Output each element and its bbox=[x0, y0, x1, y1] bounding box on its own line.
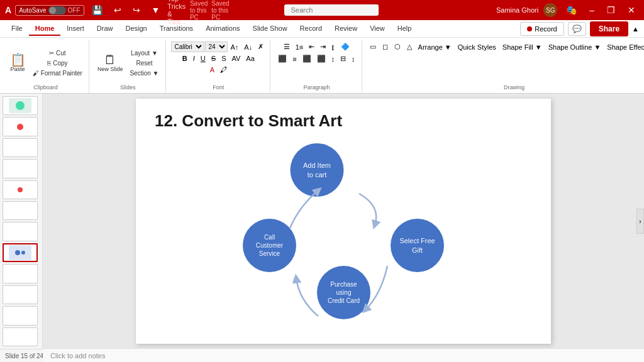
record-dot bbox=[527, 26, 532, 31]
align-left-button[interactable]: ⬛ bbox=[275, 53, 289, 64]
paragraph-content: ☰ 1≡ ⇤ ⇥ ⫿ 🔷 ⬛ ≡ ⬛ ⬛ ↕ ⊟ ↕ bbox=[275, 41, 357, 84]
tab-slideshow[interactable]: Slide Show bbox=[247, 22, 294, 36]
paste-button[interactable]: 📋 Paste bbox=[6, 52, 29, 74]
numbering-button[interactable]: 1≡ bbox=[293, 42, 306, 52]
slide-thumb-19[interactable]: 19 bbox=[3, 327, 38, 346]
format-painter-button[interactable]: 🖌 Format Painter bbox=[30, 69, 85, 78]
tab-review[interactable]: Review bbox=[328, 22, 364, 36]
slide-thumb-14[interactable]: 14 bbox=[3, 222, 38, 241]
tab-view[interactable]: View bbox=[364, 22, 391, 36]
copy-button[interactable]: ⎘ Copy bbox=[30, 58, 85, 68]
slide-thumb-15[interactable]: 15 bbox=[3, 243, 38, 263]
underline-button[interactable]: U bbox=[198, 53, 208, 63]
record-button[interactable]: Record bbox=[520, 22, 564, 36]
italic-button[interactable]: I bbox=[191, 53, 197, 63]
tab-draw[interactable]: Draw bbox=[91, 22, 119, 36]
shape2-button[interactable]: ◻ bbox=[380, 41, 391, 52]
increase-indent-button[interactable]: ⇥ bbox=[318, 41, 328, 52]
collapse-handle[interactable]: › bbox=[636, 209, 644, 234]
decrease-indent-button[interactable]: ⇤ bbox=[306, 41, 317, 52]
char-spacing-button[interactable]: AV bbox=[230, 53, 243, 63]
shadow-button[interactable]: S bbox=[219, 53, 228, 63]
node-call-service[interactable]: CallCustomerService bbox=[243, 219, 296, 272]
highlight-button[interactable]: 🖍 bbox=[218, 65, 230, 75]
save-button[interactable]: 💾 bbox=[88, 4, 106, 16]
slide-thumb-13[interactable]: 13 bbox=[3, 201, 38, 220]
tab-design[interactable]: Design bbox=[119, 22, 153, 36]
slide-thumb-8[interactable]: 8 bbox=[3, 96, 38, 115]
shape1-button[interactable]: ▭ bbox=[367, 41, 379, 52]
text-direction-button[interactable]: ↕ bbox=[329, 54, 338, 64]
line-spacing-button[interactable]: ↕ bbox=[349, 54, 358, 64]
shape4-button[interactable]: △ bbox=[404, 41, 414, 52]
slide-title: 12. Convert to Smart Art bbox=[155, 111, 532, 131]
strikethrough-button[interactable]: S bbox=[209, 53, 218, 63]
tab-record[interactable]: Record bbox=[294, 22, 328, 36]
avatar[interactable]: SG bbox=[543, 3, 557, 17]
slide-thumb-18[interactable]: 18 bbox=[3, 306, 38, 325]
close-button[interactable]: ✕ bbox=[624, 4, 639, 16]
font-color-button[interactable]: A bbox=[208, 65, 217, 75]
smartart-convert-button[interactable]: 🔷 bbox=[338, 41, 352, 52]
align-center-button[interactable]: ≡ bbox=[290, 54, 299, 64]
font-family-select[interactable]: Calibri bbox=[171, 41, 204, 52]
tab-animations[interactable]: Animations bbox=[199, 22, 246, 36]
search-input[interactable] bbox=[284, 4, 379, 16]
section-button[interactable]: Section ▼ bbox=[127, 69, 161, 78]
slide-thumb-16[interactable]: 16 bbox=[3, 264, 38, 283]
para-row2: ⬛ ≡ ⬛ ⬛ ↕ ⊟ ↕ bbox=[275, 53, 357, 64]
record-label: Record bbox=[535, 25, 557, 33]
tab-home[interactable]: Home bbox=[29, 22, 61, 36]
reset-button[interactable]: Reset bbox=[127, 58, 161, 68]
shape3-button[interactable]: ⬡ bbox=[392, 41, 403, 52]
slide-thumb-9[interactable]: 9 bbox=[3, 117, 38, 136]
justify-button[interactable]: ⬛ bbox=[314, 53, 328, 64]
bullets-button[interactable]: ☰ bbox=[281, 41, 292, 52]
node-select-gift[interactable]: Select FreeGift bbox=[391, 219, 444, 272]
columns-button[interactable]: ⫿ bbox=[329, 42, 338, 52]
node-add-item[interactable]: Add Itemto cart bbox=[291, 143, 344, 197]
smartart-diagram[interactable]: Add Itemto cart Select FreeGift Purchase… bbox=[243, 143, 444, 319]
shape-effects-button[interactable]: Shape Effects ▼ bbox=[604, 42, 644, 52]
font-size-increase-button[interactable]: A↑ bbox=[228, 42, 242, 52]
restore-button[interactable]: ❐ bbox=[603, 4, 619, 16]
tab-insert[interactable]: Insert bbox=[60, 22, 91, 36]
cut-button[interactable]: ✂ Cut bbox=[30, 48, 85, 58]
comments-button[interactable]: 💬 bbox=[568, 22, 586, 36]
redo-button[interactable]: ↪ bbox=[129, 4, 144, 16]
arrange-button[interactable]: Arrange ▼ bbox=[416, 42, 454, 52]
notes-bar[interactable]: Click to add notes bbox=[43, 348, 644, 362]
new-slide-button[interactable]: 🗒 New Slide bbox=[94, 52, 126, 74]
node-purchase[interactable]: PurchaseusingCredit Card bbox=[317, 266, 370, 319]
undo-button[interactable]: ↩ bbox=[110, 4, 125, 16]
slide-thumb-12[interactable]: 12 bbox=[3, 180, 38, 199]
quick-styles-button[interactable]: Quick Styles bbox=[455, 42, 499, 52]
autosave-badge[interactable]: AutoSave OFF bbox=[15, 5, 84, 16]
share-button[interactable]: Share bbox=[590, 21, 628, 36]
minimize-button[interactable]: – bbox=[586, 4, 598, 16]
layout-button[interactable]: Layout ▼ bbox=[127, 48, 161, 58]
align-right-button[interactable]: ⬛ bbox=[300, 53, 314, 64]
customize-qat-button[interactable]: ▼ bbox=[148, 4, 164, 16]
ribbon-display-button[interactable]: 🎭 bbox=[562, 4, 580, 16]
bold-button[interactable]: B bbox=[180, 53, 190, 63]
font-size-select[interactable]: 24 bbox=[205, 41, 228, 52]
slide-thumb-17[interactable]: 17 bbox=[3, 285, 38, 304]
tab-transitions[interactable]: Transitions bbox=[153, 22, 199, 36]
ribbon-group-paragraph: ☰ 1≡ ⇤ ⇥ ⫿ 🔷 ⬛ ≡ ⬛ ⬛ ↕ ⊟ ↕ Paragraph bbox=[272, 40, 362, 93]
slide-thumb-11[interactable]: 11 bbox=[3, 159, 38, 178]
tab-help[interactable]: Help bbox=[391, 22, 418, 36]
shape-fill-button[interactable]: Shape Fill ▼ bbox=[500, 42, 545, 52]
main-area: 8 9 10 11 12 13 14 15 bbox=[0, 94, 644, 349]
clear-format-button[interactable]: ✗ bbox=[255, 41, 266, 52]
autosave-toggle[interactable] bbox=[48, 6, 66, 14]
font-size-decrease-button[interactable]: A↓ bbox=[242, 42, 255, 52]
slide-canvas[interactable]: 12. Convert to Smart Art Add Itemto cart… bbox=[136, 99, 551, 344]
change-case-button[interactable]: Aa bbox=[243, 53, 257, 63]
slide-thumb-10[interactable]: 10 bbox=[3, 138, 38, 157]
ribbon-collapse-button[interactable]: ▲ bbox=[632, 25, 639, 33]
tab-file[interactable]: File bbox=[5, 22, 29, 36]
font-label: Font bbox=[213, 84, 224, 92]
shape-outline-button[interactable]: Shape Outline ▼ bbox=[546, 42, 604, 52]
align-text-button[interactable]: ⊟ bbox=[338, 53, 348, 64]
